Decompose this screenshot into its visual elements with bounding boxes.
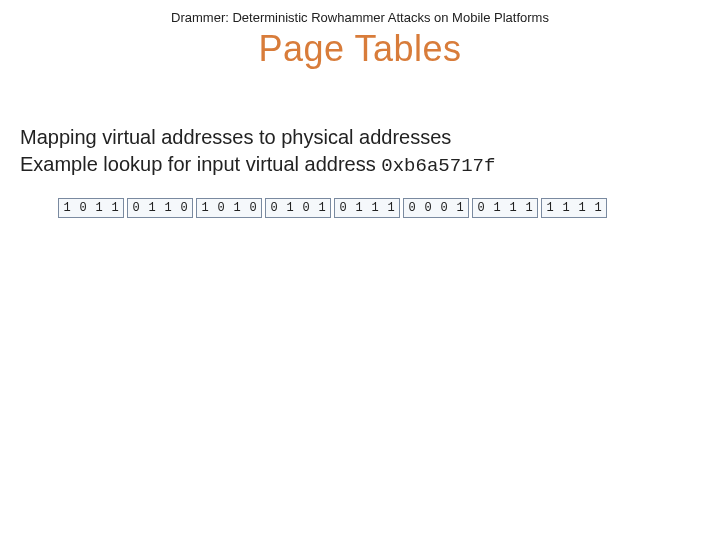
bit-group: 0111 bbox=[334, 198, 400, 218]
bit-cell: 0 bbox=[75, 199, 91, 217]
bit-group: 0001 bbox=[403, 198, 469, 218]
bit-cell: 1 bbox=[91, 199, 107, 217]
bit-cell: 1 bbox=[542, 199, 558, 217]
bit-cell: 0 bbox=[298, 199, 314, 217]
page-title: Page Tables bbox=[0, 28, 720, 70]
body-text: Mapping virtual addresses to physical ad… bbox=[20, 124, 495, 180]
bit-cell: 1 bbox=[107, 199, 123, 217]
body-line-2: Example lookup for input virtual address… bbox=[20, 151, 495, 180]
bit-cell: 1 bbox=[144, 199, 160, 217]
bit-cell: 1 bbox=[59, 199, 75, 217]
body-line-2-prefix: Example lookup for input virtual address bbox=[20, 153, 381, 175]
bit-cell: 0 bbox=[266, 199, 282, 217]
bit-cell: 1 bbox=[197, 199, 213, 217]
virtual-address: 0xb6a5717f bbox=[381, 155, 495, 177]
slide: Drammer: Deterministic Rowhammer Attacks… bbox=[0, 0, 720, 540]
bit-group: 0111 bbox=[472, 198, 538, 218]
bit-cell: 1 bbox=[452, 199, 468, 217]
bit-group: 1010 bbox=[196, 198, 262, 218]
bit-cell: 1 bbox=[558, 199, 574, 217]
bit-cell: 1 bbox=[383, 199, 399, 217]
bit-cell: 1 bbox=[590, 199, 606, 217]
bit-group: 1011 bbox=[58, 198, 124, 218]
bit-cell: 0 bbox=[335, 199, 351, 217]
bit-cell: 1 bbox=[160, 199, 176, 217]
bit-cell: 1 bbox=[351, 199, 367, 217]
bit-cell: 0 bbox=[420, 199, 436, 217]
bit-cell: 0 bbox=[176, 199, 192, 217]
bit-cell: 0 bbox=[436, 199, 452, 217]
bit-group: 1111 bbox=[541, 198, 607, 218]
bit-cell: 1 bbox=[367, 199, 383, 217]
bit-group: 0101 bbox=[265, 198, 331, 218]
bit-cell: 0 bbox=[245, 199, 261, 217]
bit-cell: 0 bbox=[473, 199, 489, 217]
bit-cell: 1 bbox=[489, 199, 505, 217]
body-line-1: Mapping virtual addresses to physical ad… bbox=[20, 124, 495, 151]
bit-cell: 1 bbox=[229, 199, 245, 217]
bit-cell: 1 bbox=[282, 199, 298, 217]
bit-group: 0110 bbox=[127, 198, 193, 218]
bit-cell: 0 bbox=[213, 199, 229, 217]
bit-cell: 1 bbox=[521, 199, 537, 217]
bit-cell: 0 bbox=[128, 199, 144, 217]
bit-cell: 1 bbox=[574, 199, 590, 217]
slide-header: Drammer: Deterministic Rowhammer Attacks… bbox=[0, 10, 720, 25]
bit-cell: 1 bbox=[505, 199, 521, 217]
bits-row: 10110110101001010111000101111111 bbox=[58, 198, 607, 218]
bit-cell: 1 bbox=[314, 199, 330, 217]
bit-cell: 0 bbox=[404, 199, 420, 217]
